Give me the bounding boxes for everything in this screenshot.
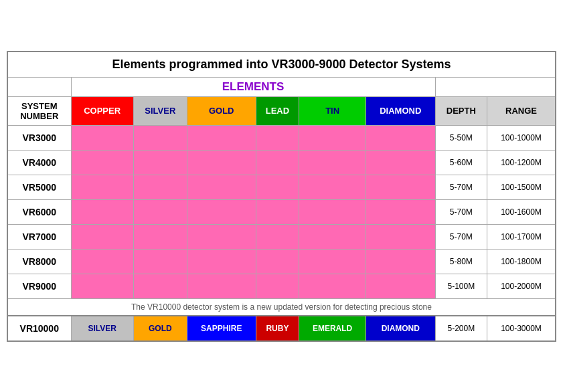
elements-label: ELEMENTS xyxy=(71,77,435,96)
tin-header: TIN xyxy=(299,96,366,125)
elements-label-row: ELEMENTS xyxy=(7,77,556,96)
row-label-vr7000: VR7000 xyxy=(7,224,71,249)
gold-header: GOLD xyxy=(187,96,256,125)
vr4000-depth: 5-60M xyxy=(435,150,487,175)
vr9000-depth: 5-100M xyxy=(435,274,487,298)
vr4000-tin xyxy=(299,150,366,175)
vr3000-depth: 5-50M xyxy=(435,125,487,150)
row-label-vr8000: VR8000 xyxy=(7,249,71,274)
vr7000-lead xyxy=(256,224,299,249)
vr3000-diamond xyxy=(366,125,435,150)
vr6000-lead xyxy=(256,199,299,224)
vr7000-diamond xyxy=(366,224,435,249)
row-label-vr10000: VR10000 xyxy=(7,316,71,341)
vr6000-diamond xyxy=(366,199,435,224)
system-number-header: SYSTEM NUMBER xyxy=(7,96,71,125)
table-row: VR4000 5-60M 100-1200M xyxy=(7,150,556,175)
vr10000-range: 100-3000M xyxy=(487,316,556,341)
table-row: VR9000 5-100M 100-2000M xyxy=(7,274,556,298)
vr8000-depth: 5-80M xyxy=(435,249,487,274)
main-table: Elements programmed into VR3000-9000 Det… xyxy=(7,51,556,342)
vr6000-tin xyxy=(299,199,366,224)
silver-header: SILVER xyxy=(133,96,187,125)
vr8000-tin xyxy=(299,249,366,274)
vr4000-range: 100-1200M xyxy=(487,150,556,175)
vr3000-tin xyxy=(299,125,366,150)
title-row: Elements programmed into VR3000-9000 Det… xyxy=(7,52,556,78)
vr8000-silver xyxy=(133,249,187,274)
vr5000-diamond xyxy=(366,175,435,199)
vr5000-gold xyxy=(187,175,256,199)
vr10000-gold: GOLD xyxy=(133,316,187,341)
vr7000-silver xyxy=(133,224,187,249)
table-title: Elements programmed into VR3000-9000 Det… xyxy=(7,52,556,78)
vr10000-ruby: RUBY xyxy=(256,316,299,341)
vr6000-gold xyxy=(187,199,256,224)
vr6000-range: 100-1600M xyxy=(487,199,556,224)
table-row: VR7000 5-70M 100-1700M xyxy=(7,224,556,249)
vr7000-copper xyxy=(71,224,133,249)
vr9000-silver xyxy=(133,274,187,298)
empty-right-header xyxy=(435,77,556,96)
vr10000-depth: 5-200M xyxy=(435,316,487,341)
vr3000-silver xyxy=(133,125,187,150)
vr9000-range: 100-2000M xyxy=(487,274,556,298)
copper-header: COPPER xyxy=(71,96,133,125)
vr5000-depth: 5-70M xyxy=(435,175,487,199)
vr9000-lead xyxy=(256,274,299,298)
vr9000-copper xyxy=(71,274,133,298)
vr5000-silver xyxy=(133,175,187,199)
vr8000-diamond xyxy=(366,249,435,274)
vr4000-gold xyxy=(187,150,256,175)
vr10000-sapphire: SAPPHIRE xyxy=(187,316,256,341)
vr10000-diamond: DIAMOND xyxy=(366,316,435,341)
vr8000-gold xyxy=(187,249,256,274)
vr3000-lead xyxy=(256,125,299,150)
vr7000-tin xyxy=(299,224,366,249)
vr6000-depth: 5-70M xyxy=(435,199,487,224)
diamond-header: DIAMOND xyxy=(366,96,435,125)
vr8000-lead xyxy=(256,249,299,274)
vr8000-range: 100-1800M xyxy=(487,249,556,274)
vr5000-tin xyxy=(299,175,366,199)
table-row: VR3000 5-50M 100-1000M xyxy=(7,125,556,150)
vr10000-silver: SILVER xyxy=(71,316,133,341)
row-label-vr4000: VR4000 xyxy=(7,150,71,175)
vr6000-silver xyxy=(133,199,187,224)
table-row: VR5000 5-70M 100-1500M xyxy=(7,175,556,199)
vr9000-tin xyxy=(299,274,366,298)
empty-header-cell xyxy=(7,77,71,96)
table-row: VR6000 5-70M 100-1600M xyxy=(7,199,556,224)
vr9000-gold xyxy=(187,274,256,298)
note-text: The VR10000 detector system is a new upd… xyxy=(7,298,556,316)
vr8000-copper xyxy=(71,249,133,274)
lead-header: LEAD xyxy=(256,96,299,125)
vr7000-depth: 5-70M xyxy=(435,224,487,249)
row-label-vr5000: VR5000 xyxy=(7,175,71,199)
vr3000-range: 100-1000M xyxy=(487,125,556,150)
column-header-row: SYSTEM NUMBER COPPER SILVER GOLD LEAD TI… xyxy=(7,96,556,125)
row-label-vr6000: VR6000 xyxy=(7,199,71,224)
vr4000-copper xyxy=(71,150,133,175)
table-row: VR8000 5-80M 100-1800M xyxy=(7,249,556,274)
vr9000-diamond xyxy=(366,274,435,298)
vr4000-lead xyxy=(256,150,299,175)
vr7000-range: 100-1700M xyxy=(487,224,556,249)
vr3000-gold xyxy=(187,125,256,150)
vr5000-copper xyxy=(71,175,133,199)
vr4000-silver xyxy=(133,150,187,175)
vr6000-copper xyxy=(71,199,133,224)
vr10000-row: VR10000 SILVER GOLD SAPPHIRE RUBY EMERAL… xyxy=(7,316,556,341)
row-label-vr9000: VR9000 xyxy=(7,274,71,298)
vr4000-diamond xyxy=(366,150,435,175)
range-header: RANGE xyxy=(487,96,556,125)
vr5000-range: 100-1500M xyxy=(487,175,556,199)
note-row: The VR10000 detector system is a new upd… xyxy=(7,298,556,316)
vr5000-lead xyxy=(256,175,299,199)
row-label-vr3000: VR3000 xyxy=(7,125,71,150)
vr3000-copper xyxy=(71,125,133,150)
depth-header: DEPTH xyxy=(435,96,487,125)
vr10000-emerald: EMERALD xyxy=(299,316,366,341)
vr7000-gold xyxy=(187,224,256,249)
